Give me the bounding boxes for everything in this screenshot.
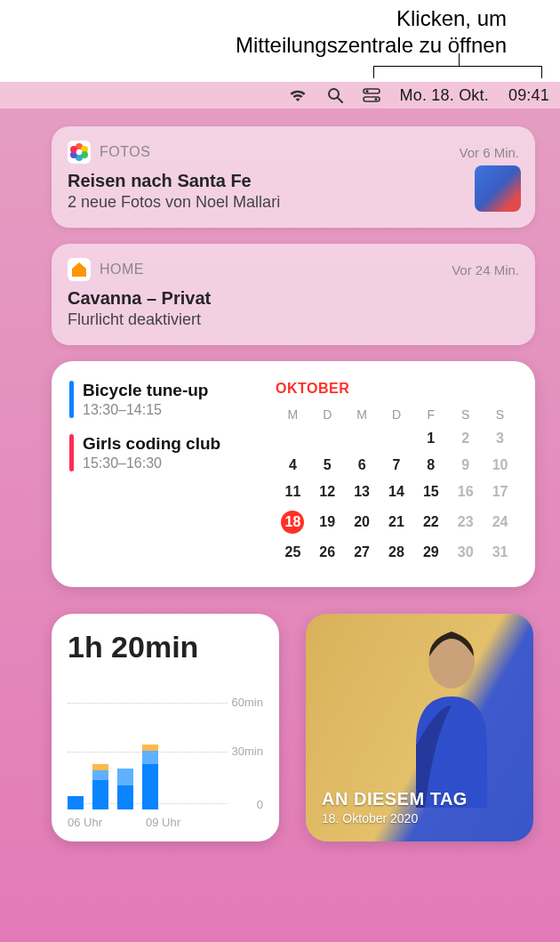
calendar-event[interactable]: Bicycle tune-up 13:30–14:15 bbox=[69, 381, 267, 418]
calendar-day[interactable]: 24 bbox=[483, 505, 517, 539]
calendar-table: MDMDFSS 12345678910111213141516171819202… bbox=[276, 404, 517, 566]
calendar-day[interactable]: 1 bbox=[413, 425, 448, 452]
wifi-icon[interactable] bbox=[288, 88, 308, 102]
month-grid: Oktober MDMDFSS 123456789101112131415161… bbox=[276, 381, 517, 566]
event-title: Bicycle tune-up bbox=[83, 381, 208, 400]
desktop: Mo. 18. Okt. 09:41 FOTOS Vo bbox=[0, 82, 560, 942]
menubar-date[interactable]: Mo. 18. Okt. bbox=[400, 86, 489, 105]
calendar-day[interactable]: 15 bbox=[413, 479, 448, 505]
notification-center: FOTOS Vor 6 Min. Reisen nach Santa Fe 2 … bbox=[52, 126, 535, 841]
callout-connector bbox=[459, 53, 460, 66]
photo-memory-widget[interactable]: AN DIESEM TAG 18. Oktober 2020 bbox=[306, 614, 533, 841]
dow-label: D bbox=[380, 404, 414, 425]
chart-ylabel: 0 bbox=[257, 798, 263, 811]
calendar-day[interactable]: 7 bbox=[380, 452, 414, 479]
callout-line2: Mitteilungszentrale zu öffnen bbox=[0, 32, 507, 59]
calendar-day bbox=[310, 425, 345, 452]
notification-body: 2 neue Fotos von Noel Mallari bbox=[68, 193, 519, 212]
calendar-day[interactable]: 9 bbox=[448, 452, 483, 479]
notification-body: Flurlicht deaktiviert bbox=[68, 310, 519, 329]
control-center-icon[interactable] bbox=[363, 88, 380, 102]
calendar-day[interactable]: 17 bbox=[483, 479, 517, 505]
calendar-day[interactable]: 14 bbox=[380, 479, 414, 505]
month-label: Oktober bbox=[276, 381, 517, 397]
notification-title: Cavanna – Privat bbox=[68, 288, 519, 309]
calendar-day bbox=[345, 425, 380, 452]
calendar-day[interactable]: 3 bbox=[483, 425, 517, 452]
calendar-widget[interactable]: Bicycle tune-up 13:30–14:15 Girls coding… bbox=[52, 361, 535, 587]
chart-ylabel: 30min bbox=[232, 745, 263, 758]
dow-label: D bbox=[310, 404, 345, 425]
calendar-day[interactable]: 28 bbox=[380, 539, 414, 566]
search-icon[interactable] bbox=[327, 87, 343, 103]
calendar-day[interactable]: 19 bbox=[310, 505, 345, 539]
calendar-day[interactable]: 31 bbox=[483, 539, 517, 566]
dow-label: F bbox=[413, 404, 448, 425]
chart-bar bbox=[117, 769, 133, 809]
calendar-day[interactable]: 8 bbox=[413, 452, 448, 479]
notification-title: Reisen nach Santa Fe bbox=[68, 171, 519, 191]
calendar-day[interactable]: 20 bbox=[345, 505, 380, 539]
menubar: Mo. 18. Okt. 09:41 bbox=[0, 82, 560, 109]
calendar-event[interactable]: Girls coding club 15:30–16:30 bbox=[69, 434, 267, 471]
photo-memory-subtitle: 18. Oktober 2020 bbox=[322, 811, 468, 825]
event-time: 13:30–14:15 bbox=[83, 402, 208, 418]
chart-ylabel: 60min bbox=[232, 696, 263, 709]
notification-time: Vor 6 Min. bbox=[459, 145, 519, 160]
calendar-day[interactable]: 5 bbox=[310, 452, 345, 479]
notification-app-name: HOME bbox=[100, 262, 144, 278]
callout-line1: Klicken, um bbox=[0, 5, 507, 32]
home-app-icon bbox=[68, 258, 91, 281]
chart-bar bbox=[68, 796, 84, 809]
notification-time: Vor 24 Min. bbox=[452, 262, 519, 278]
notification-home[interactable]: HOME Vor 24 Min. Cavanna – Privat Flurli… bbox=[52, 244, 535, 345]
calendar-day[interactable]: 16 bbox=[448, 479, 483, 505]
photos-app-icon bbox=[68, 141, 91, 164]
chart-bar bbox=[142, 745, 158, 809]
calendar-day[interactable]: 13 bbox=[345, 479, 380, 505]
notification-photos[interactable]: FOTOS Vor 6 Min. Reisen nach Santa Fe 2 … bbox=[52, 126, 535, 228]
screen-time-chart: 60min 30min 0 06 Uhr 09 Uhr bbox=[68, 696, 263, 829]
calendar-day bbox=[380, 425, 414, 452]
dow-label: S bbox=[483, 404, 517, 425]
calendar-day[interactable]: 25 bbox=[276, 539, 310, 566]
svg-line-1 bbox=[338, 98, 342, 102]
calendar-day[interactable]: 30 bbox=[448, 539, 483, 566]
notification-app-name: FOTOS bbox=[100, 144, 150, 160]
calendar-day[interactable]: 11 bbox=[276, 479, 310, 505]
svg-point-12 bbox=[76, 149, 83, 156]
dow-label: M bbox=[345, 404, 380, 425]
notification-thumbnail bbox=[475, 165, 521, 212]
menubar-time[interactable]: 09:41 bbox=[508, 86, 549, 105]
photo-memory-image bbox=[389, 621, 514, 808]
calendar-day[interactable]: 26 bbox=[310, 539, 345, 566]
svg-point-5 bbox=[374, 98, 377, 101]
calendar-day bbox=[276, 425, 310, 452]
chart-xlabel: 09 Uhr bbox=[146, 816, 180, 829]
event-color-bar bbox=[69, 434, 74, 471]
calendar-day[interactable]: 12 bbox=[310, 479, 345, 505]
callout-bracket bbox=[373, 66, 542, 78]
screen-time-widget[interactable]: 1h 20min 60min 30min 0 06 Uhr 09 Uhr bbox=[52, 614, 279, 841]
calendar-day[interactable]: 22 bbox=[413, 505, 448, 539]
widget-row: 1h 20min 60min 30min 0 06 Uhr 09 Uhr bbox=[52, 614, 535, 841]
calendar-day[interactable]: 21 bbox=[380, 505, 414, 539]
event-title: Girls coding club bbox=[83, 434, 220, 454]
chart-xlabel: 06 Uhr bbox=[68, 816, 102, 829]
event-list: Bicycle tune-up 13:30–14:15 Girls coding… bbox=[69, 381, 267, 566]
calendar-day[interactable]: 6 bbox=[345, 452, 380, 479]
calendar-day[interactable]: 29 bbox=[413, 539, 448, 566]
event-color-bar bbox=[69, 381, 74, 418]
calendar-day[interactable]: 4 bbox=[276, 452, 310, 479]
calendar-day[interactable]: 23 bbox=[448, 505, 483, 539]
dow-label: S bbox=[448, 404, 483, 425]
calendar-day[interactable]: 2 bbox=[448, 425, 483, 452]
calendar-day[interactable]: 27 bbox=[345, 539, 380, 566]
calendar-day[interactable]: 18 bbox=[276, 505, 310, 539]
photo-memory-title: AN DIESEM TAG bbox=[322, 789, 468, 809]
help-callout: Klicken, um Mitteilungszentrale zu öffne… bbox=[0, 0, 560, 59]
calendar-day[interactable]: 10 bbox=[483, 452, 517, 479]
dow-label: M bbox=[276, 404, 310, 425]
svg-point-3 bbox=[365, 90, 368, 93]
screen-time-total: 1h 20min bbox=[68, 630, 263, 664]
